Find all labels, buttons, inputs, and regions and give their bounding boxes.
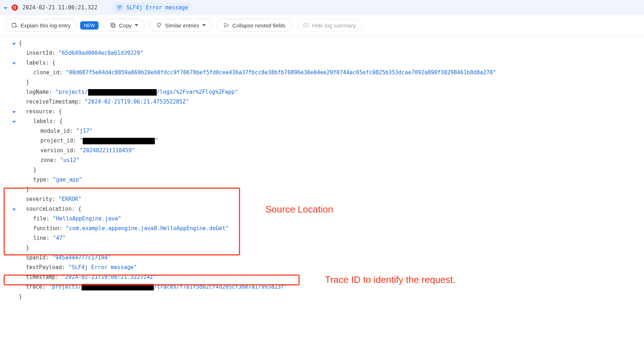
new-badge: NEW [80, 21, 98, 30]
log-toolbar: Explain this log entry NEW Copy Similar … [0, 15, 644, 36]
summary-chip[interactable]: SLF4j Error message [111, 2, 193, 13]
log-timestamp: 2024-02-21 11:06:21.322 [22, 4, 97, 11]
expand-toggle-resource-labels[interactable] [12, 117, 16, 126]
summary-chip-label: SLF4j Error message [126, 4, 188, 11]
chevron-down-icon [135, 24, 138, 26]
copy-icon [110, 22, 116, 29]
brace-close: } [33, 167, 36, 173]
val-type[interactable]: "gae_app" [53, 176, 82, 183]
chevron-down-icon [4, 7, 7, 9]
brace-close: } [26, 186, 29, 193]
val-logName[interactable]: "projects//logs/%2Fvar%2Flog%2Fapp" [55, 89, 238, 95]
expand-toggle-resource[interactable] [12, 107, 16, 117]
collapse-nested-button[interactable]: Collapse nested fields [217, 19, 292, 32]
brace-close: } [19, 293, 22, 300]
explain-icon [11, 22, 18, 29]
val-insertId[interactable]: "65d649ad0004ec9a61d39229" [58, 50, 143, 56]
collapse-caret[interactable] [4, 5, 7, 10]
expand-toggle-sourceLocation[interactable] [12, 204, 16, 214]
key-type: type: [33, 176, 49, 183]
val-module-id[interactable]: "j17" [76, 128, 92, 134]
expand-toggle-root[interactable] [12, 39, 16, 48]
val-clone-id[interactable]: "00d087f5e04d4c8859a869b20e60fdcc9f70678… [66, 69, 496, 76]
val-zone[interactable]: "us12" [60, 157, 79, 163]
key-module-id: module_id: [40, 128, 73, 134]
key-resource-labels: labels: { [33, 118, 62, 124]
svg-rect-3 [12, 23, 16, 27]
hide-summary-label: Hide log summary [312, 22, 356, 29]
val-trace[interactable]: "projects//traces/f781f5d02cf4d205cf3de7… [49, 284, 287, 290]
collapse-icon [223, 22, 230, 29]
val-textPayload[interactable]: "SLF4j Error message" [68, 264, 137, 271]
key-trace: trace: [26, 284, 45, 290]
copy-button[interactable]: Copy [104, 19, 144, 32]
key-file: file: [33, 215, 49, 222]
key-line: line: [33, 235, 49, 241]
val-spanId[interactable]: "945a444777c17194" [52, 254, 111, 261]
collapse-label: Collapse nested fields [232, 22, 286, 29]
val-version-id[interactable]: "20240221t110459" [79, 147, 135, 154]
copy-label: Copy [119, 22, 132, 29]
chevron-down-icon [202, 24, 206, 26]
key-logName: logName: [26, 89, 52, 95]
brace-close: } [26, 79, 29, 86]
redacted-trace-project [82, 284, 154, 290]
key-labels: labels: { [26, 60, 55, 66]
hide-icon [303, 22, 309, 29]
expand-toggle-labels[interactable] [12, 58, 16, 68]
redacted-project-id [83, 138, 155, 144]
val-timestamp[interactable]: "2024-02-21T19:06:21.322714Z" [62, 274, 156, 280]
val-severity[interactable]: "ERROR" [58, 196, 81, 202]
key-sourceLocation: sourceLocation: { [26, 206, 82, 212]
brace-close: } [26, 245, 29, 251]
svg-rect-5 [111, 23, 114, 26]
val-line[interactable]: "47" [53, 235, 66, 241]
filter-icon [116, 4, 123, 12]
severity-error-icon: !! [11, 4, 19, 12]
val-file[interactable]: "HelloAppEngine.java" [53, 215, 121, 222]
key-timestamp: timestamp: [26, 274, 58, 280]
svg-rect-11 [304, 23, 309, 27]
val-project-id[interactable]: "" [79, 137, 158, 144]
val-function[interactable]: "com.example.appengine.java8.HelloAppEng… [66, 225, 229, 232]
lightbulb-icon [156, 22, 162, 29]
key-clone-id: clone_id: [33, 69, 62, 76]
key-zone: zone: [40, 157, 57, 163]
key-severity: severity: [26, 196, 55, 202]
key-project-id: project_id: [40, 137, 76, 144]
svg-rect-4 [112, 24, 115, 27]
similar-label: Similar entries [165, 22, 199, 29]
explain-button[interactable]: Explain this log entry [5, 19, 77, 32]
brace-open: { [19, 40, 22, 47]
key-version-id: version_id: [40, 147, 76, 154]
log-json-body: { insertId: "65d649ad0004ec9a61d39229" l… [0, 36, 644, 309]
key-textPayload: textPayload: [26, 264, 65, 271]
key-spanId: spanId: [26, 254, 49, 261]
svg-point-6 [157, 23, 160, 26]
key-resource: resource: { [26, 108, 62, 115]
key-receiveTimestamp: receiveTimestamp: [26, 98, 82, 105]
log-entry-header: !! 2024-02-21 11:06:21.322 SLF4j Error m… [0, 0, 644, 15]
annotation-source-location: Source Location [265, 204, 333, 215]
key-function: function: [33, 225, 62, 232]
hide-summary-button[interactable]: Hide log summary [297, 19, 362, 32]
annotation-trace: Trace ID to identify the request. [325, 274, 456, 285]
key-insertId: insertId: [26, 50, 55, 56]
val-receiveTimestamp[interactable]: "2024-02-21T19:06:21.475352285Z" [85, 98, 189, 105]
explain-label: Explain this log entry [21, 22, 70, 29]
redacted-project [88, 89, 157, 96]
similar-entries-button[interactable]: Similar entries [149, 19, 212, 32]
